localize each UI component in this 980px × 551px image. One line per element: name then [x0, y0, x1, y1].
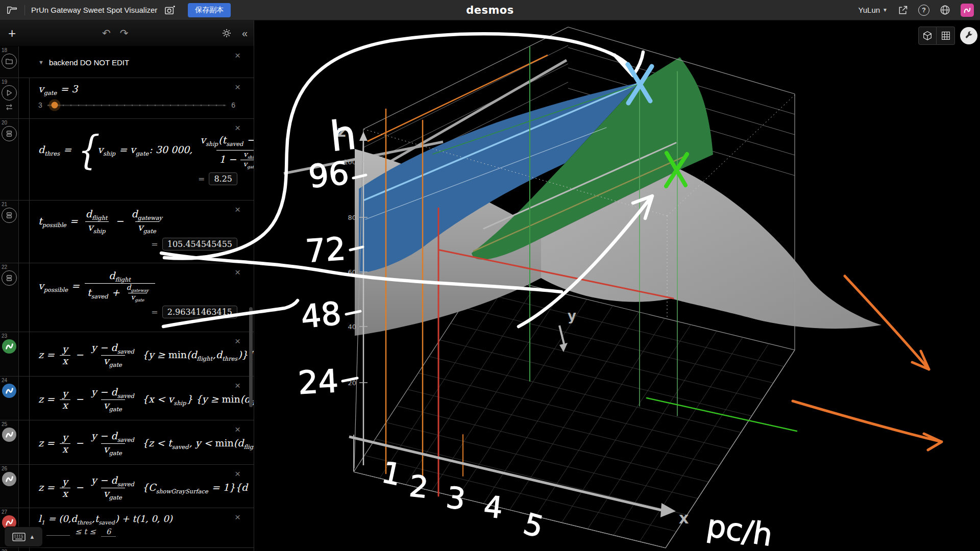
- row-gutter[interactable]: 18: [0, 46, 19, 78]
- delete-row-button[interactable]: ×: [235, 512, 240, 522]
- user-menu[interactable]: YuLun ▼: [859, 6, 888, 14]
- parameter-domain[interactable]: ≤ t ≤ 6: [46, 527, 238, 537]
- z-axis-label: z: [337, 122, 346, 140]
- expression-row[interactable]: 24 z = yx − y − dsavedvgate {x < vship} …: [0, 377, 254, 420]
- row-gutter[interactable]: 23: [0, 332, 19, 376]
- evaluated-value: 105.454545455: [162, 238, 237, 251]
- expression-math[interactable]: z = yx − y − dsavedvgate {z < tsaved, y …: [38, 420, 238, 457]
- camera-snapshot-icon: [164, 5, 176, 15]
- row-gutter[interactable]: 28: [0, 548, 19, 551]
- undo-button[interactable]: ↶: [102, 27, 111, 39]
- row-number: 22: [2, 264, 7, 270]
- expression-math[interactable]: z = yx − y − dsavedvgate {y ≥ min(dfligh…: [38, 332, 238, 368]
- delete-row-button[interactable]: ×: [235, 469, 240, 479]
- language-button[interactable]: [938, 3, 952, 17]
- expressions-panel: + ↶ ↷ « 18: [0, 20, 254, 551]
- add-expression-button[interactable]: +: [0, 26, 24, 41]
- delete-row-button[interactable]: ×: [235, 205, 240, 214]
- extension-icon[interactable]: [961, 4, 974, 17]
- share-icon: [898, 5, 908, 15]
- scrollbar[interactable]: [249, 307, 253, 407]
- equals-sign: =: [151, 239, 158, 249]
- evaluation-icon[interactable]: [2, 126, 17, 141]
- save-copy-button[interactable]: 保存副本: [188, 3, 231, 17]
- row-gutter[interactable]: 20: [0, 119, 19, 200]
- row-gutter[interactable]: 19: [0, 78, 19, 118]
- row-gutter[interactable]: 24: [0, 377, 19, 420]
- domain-max-field[interactable]: 6: [101, 527, 116, 537]
- row-gutter[interactable]: 25: [0, 420, 19, 464]
- row-number: 21: [2, 202, 7, 207]
- surface-style-icon-blue[interactable]: [2, 384, 16, 398]
- evaluation-icon[interactable]: [2, 270, 17, 286]
- evaluation-icon[interactable]: [2, 208, 17, 223]
- collapse-panel-button[interactable]: «: [242, 28, 248, 39]
- expression-row[interactable]: 22 vpossible = dflighttsaved + dgatewayv…: [0, 263, 254, 332]
- row-gutter[interactable]: 21: [0, 201, 19, 263]
- play-icon[interactable]: [2, 85, 17, 101]
- expression-math[interactable]: z = yx − y − dsavedvgate {x < vship} {y …: [38, 377, 238, 413]
- open-graph-button[interactable]: [5, 4, 19, 16]
- row-gutter[interactable]: 26: [0, 465, 19, 508]
- delete-row-button[interactable]: ×: [235, 82, 240, 92]
- folder-collapse-caret[interactable]: ▼: [38, 59, 44, 65]
- expression-row[interactable]: 21 tpossible = dflightvship − dgatewayvg…: [0, 201, 254, 263]
- expand-keyboard-button[interactable]: ▲: [30, 534, 35, 540]
- delete-row-button[interactable]: ×: [235, 51, 240, 60]
- grid-toggle-button[interactable]: [937, 27, 955, 45]
- delete-row-button[interactable]: ×: [235, 123, 240, 133]
- svg-text:60: 60: [348, 268, 356, 276]
- expression-row-folder[interactable]: 18 ▼ backend DO NOT EDIT ×: [0, 46, 254, 78]
- graph-canvas-3d[interactable]: 10080604020 z x y: [254, 20, 980, 551]
- expression-row[interactable]: 25 z = yx − y − dsavedvgate {z < tsaved,…: [0, 420, 254, 465]
- expression-math[interactable]: vgate = 3: [38, 78, 238, 96]
- row-number: 25: [2, 421, 7, 427]
- expression-row[interactable]: 20 dthres = {vship = vgate: 30 000, vshi…: [0, 119, 254, 201]
- delete-row-button[interactable]: ×: [235, 381, 240, 390]
- delete-row-button[interactable]: ×: [235, 336, 240, 346]
- expression-math[interactable]: dthres = {vship = vgate: 30 000, vship(t…: [38, 119, 238, 169]
- delete-row-button[interactable]: ×: [235, 267, 240, 277]
- expression-row[interactable]: 26 z = yx − y − dsavedvgate {CshowGraySu…: [0, 465, 254, 508]
- svg-text:80: 80: [348, 214, 356, 221]
- graph-title: PrUn Gateway Sweet Spot Visualizer: [31, 6, 157, 14]
- help-icon[interactable]: ?: [918, 5, 929, 16]
- delete-row-button[interactable]: ×: [235, 424, 240, 434]
- projection-toggle-button[interactable]: [918, 27, 937, 45]
- expression-math[interactable]: z = yx − y − dsavedvgate {CshowGraySurfa…: [38, 465, 238, 501]
- row-number: 24: [2, 378, 7, 383]
- expression-math[interactable]: vpossible = dflighttsaved + dgatewayvgat…: [38, 263, 238, 303]
- domain-min-field[interactable]: [46, 528, 70, 536]
- share-button[interactable]: [896, 3, 910, 17]
- expression-math[interactable]: l1 = (0,dthres,tsaved) + t(1, 0, 0): [38, 508, 238, 526]
- gear-icon: [222, 28, 232, 38]
- surface-style-icon-gray[interactable]: [2, 472, 16, 486]
- keyboard-icon: [12, 533, 26, 541]
- keyboard-button[interactable]: [12, 533, 26, 541]
- row-number: 28: [2, 549, 7, 551]
- divider: [24, 5, 25, 15]
- snapshot-button[interactable]: [162, 3, 178, 17]
- expression-row-partial[interactable]: 28: [0, 548, 254, 551]
- surface-style-icon-gray[interactable]: [2, 428, 16, 442]
- chevron-down-icon: ▼: [883, 7, 888, 13]
- slider-track[interactable]: [47, 105, 226, 106]
- slider-max-label[interactable]: 6: [231, 101, 235, 109]
- graph-settings-button[interactable]: [960, 27, 977, 44]
- expression-math[interactable]: tpossible = dflightvship − dgatewayvgate: [38, 201, 238, 235]
- loop-mode-icon[interactable]: [5, 104, 13, 113]
- slider-min-label[interactable]: 3: [38, 101, 42, 109]
- slider-knob[interactable]: [51, 102, 58, 109]
- row-number: 23: [2, 333, 7, 339]
- redo-button[interactable]: ↷: [120, 27, 129, 39]
- row-gutter[interactable]: 22: [0, 263, 19, 332]
- evaluated-value: 8.25: [209, 172, 237, 185]
- expression-row-slider[interactable]: 19 vgate = 3 3 6 ×: [0, 78, 254, 119]
- expression-row[interactable]: 23 z = yx − y − dsavedvgate {y ≥ min(dfl…: [0, 332, 254, 377]
- folder-icon[interactable]: [2, 54, 17, 69]
- equals-sign: =: [198, 174, 205, 184]
- grid-icon: [940, 30, 951, 41]
- x-axis-arrow: [660, 503, 676, 517]
- settings-button[interactable]: [219, 26, 234, 40]
- surface-style-icon-green[interactable]: [2, 339, 16, 354]
